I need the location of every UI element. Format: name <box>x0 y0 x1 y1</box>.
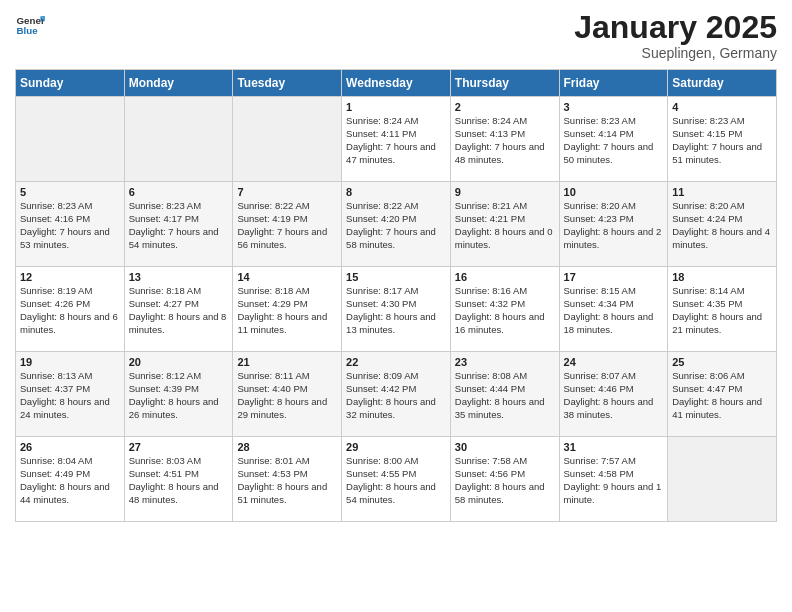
calendar-cell: 15Sunrise: 8:17 AM Sunset: 4:30 PM Dayli… <box>342 267 451 352</box>
day-info: Sunrise: 8:11 AM Sunset: 4:40 PM Dayligh… <box>237 370 337 421</box>
day-info: Sunrise: 8:23 AM Sunset: 4:14 PM Dayligh… <box>564 115 664 166</box>
calendar-cell <box>124 97 233 182</box>
day-number: 8 <box>346 186 446 198</box>
calendar-cell: 28Sunrise: 8:01 AM Sunset: 4:53 PM Dayli… <box>233 437 342 522</box>
calendar-cell: 25Sunrise: 8:06 AM Sunset: 4:47 PM Dayli… <box>668 352 777 437</box>
calendar-cell: 26Sunrise: 8:04 AM Sunset: 4:49 PM Dayli… <box>16 437 125 522</box>
day-number: 3 <box>564 101 664 113</box>
day-info: Sunrise: 8:12 AM Sunset: 4:39 PM Dayligh… <box>129 370 229 421</box>
weekday-header-friday: Friday <box>559 70 668 97</box>
calendar-cell <box>668 437 777 522</box>
calendar-cell: 8Sunrise: 8:22 AM Sunset: 4:20 PM Daylig… <box>342 182 451 267</box>
weekday-header-row: SundayMondayTuesdayWednesdayThursdayFrid… <box>16 70 777 97</box>
week-row-3: 12Sunrise: 8:19 AM Sunset: 4:26 PM Dayli… <box>16 267 777 352</box>
calendar-cell: 21Sunrise: 8:11 AM Sunset: 4:40 PM Dayli… <box>233 352 342 437</box>
calendar-cell: 12Sunrise: 8:19 AM Sunset: 4:26 PM Dayli… <box>16 267 125 352</box>
calendar-cell: 24Sunrise: 8:07 AM Sunset: 4:46 PM Dayli… <box>559 352 668 437</box>
day-number: 7 <box>237 186 337 198</box>
calendar-cell: 6Sunrise: 8:23 AM Sunset: 4:17 PM Daylig… <box>124 182 233 267</box>
calendar-cell: 1Sunrise: 8:24 AM Sunset: 4:11 PM Daylig… <box>342 97 451 182</box>
calendar-cell: 4Sunrise: 8:23 AM Sunset: 4:15 PM Daylig… <box>668 97 777 182</box>
day-number: 9 <box>455 186 555 198</box>
calendar-cell <box>16 97 125 182</box>
day-number: 2 <box>455 101 555 113</box>
calendar-cell: 27Sunrise: 8:03 AM Sunset: 4:51 PM Dayli… <box>124 437 233 522</box>
weekday-header-tuesday: Tuesday <box>233 70 342 97</box>
title-block: January 2025 Sueplingen, Germany <box>574 10 777 61</box>
calendar-table: SundayMondayTuesdayWednesdayThursdayFrid… <box>15 69 777 522</box>
day-number: 17 <box>564 271 664 283</box>
calendar-cell: 10Sunrise: 8:20 AM Sunset: 4:23 PM Dayli… <box>559 182 668 267</box>
calendar-cell: 7Sunrise: 8:22 AM Sunset: 4:19 PM Daylig… <box>233 182 342 267</box>
day-info: Sunrise: 8:15 AM Sunset: 4:34 PM Dayligh… <box>564 285 664 336</box>
day-info: Sunrise: 8:24 AM Sunset: 4:11 PM Dayligh… <box>346 115 446 166</box>
calendar-cell: 13Sunrise: 8:18 AM Sunset: 4:27 PM Dayli… <box>124 267 233 352</box>
svg-text:Blue: Blue <box>17 25 39 36</box>
calendar-cell: 18Sunrise: 8:14 AM Sunset: 4:35 PM Dayli… <box>668 267 777 352</box>
calendar-cell: 22Sunrise: 8:09 AM Sunset: 4:42 PM Dayli… <box>342 352 451 437</box>
day-number: 20 <box>129 356 229 368</box>
day-number: 6 <box>129 186 229 198</box>
day-number: 26 <box>20 441 120 453</box>
weekday-header-wednesday: Wednesday <box>342 70 451 97</box>
day-info: Sunrise: 8:23 AM Sunset: 4:17 PM Dayligh… <box>129 200 229 251</box>
day-info: Sunrise: 8:04 AM Sunset: 4:49 PM Dayligh… <box>20 455 120 506</box>
day-info: Sunrise: 8:23 AM Sunset: 4:16 PM Dayligh… <box>20 200 120 251</box>
calendar-cell: 23Sunrise: 8:08 AM Sunset: 4:44 PM Dayli… <box>450 352 559 437</box>
day-info: Sunrise: 8:08 AM Sunset: 4:44 PM Dayligh… <box>455 370 555 421</box>
day-number: 21 <box>237 356 337 368</box>
calendar-cell: 30Sunrise: 7:58 AM Sunset: 4:56 PM Dayli… <box>450 437 559 522</box>
day-number: 23 <box>455 356 555 368</box>
day-number: 22 <box>346 356 446 368</box>
day-number: 4 <box>672 101 772 113</box>
day-info: Sunrise: 7:58 AM Sunset: 4:56 PM Dayligh… <box>455 455 555 506</box>
logo: General Blue <box>15 10 45 40</box>
calendar-cell: 9Sunrise: 8:21 AM Sunset: 4:21 PM Daylig… <box>450 182 559 267</box>
day-info: Sunrise: 8:22 AM Sunset: 4:20 PM Dayligh… <box>346 200 446 251</box>
calendar-cell: 16Sunrise: 8:16 AM Sunset: 4:32 PM Dayli… <box>450 267 559 352</box>
weekday-header-sunday: Sunday <box>16 70 125 97</box>
day-number: 15 <box>346 271 446 283</box>
day-number: 14 <box>237 271 337 283</box>
weekday-header-monday: Monday <box>124 70 233 97</box>
day-number: 13 <box>129 271 229 283</box>
week-row-4: 19Sunrise: 8:13 AM Sunset: 4:37 PM Dayli… <box>16 352 777 437</box>
day-info: Sunrise: 8:06 AM Sunset: 4:47 PM Dayligh… <box>672 370 772 421</box>
day-number: 24 <box>564 356 664 368</box>
day-number: 25 <box>672 356 772 368</box>
page-header: General Blue January 2025 Sueplingen, Ge… <box>15 10 777 61</box>
day-info: Sunrise: 8:00 AM Sunset: 4:55 PM Dayligh… <box>346 455 446 506</box>
calendar-cell: 20Sunrise: 8:12 AM Sunset: 4:39 PM Dayli… <box>124 352 233 437</box>
day-info: Sunrise: 8:23 AM Sunset: 4:15 PM Dayligh… <box>672 115 772 166</box>
day-info: Sunrise: 8:01 AM Sunset: 4:53 PM Dayligh… <box>237 455 337 506</box>
day-number: 30 <box>455 441 555 453</box>
day-number: 29 <box>346 441 446 453</box>
day-info: Sunrise: 8:03 AM Sunset: 4:51 PM Dayligh… <box>129 455 229 506</box>
day-number: 18 <box>672 271 772 283</box>
day-info: Sunrise: 7:57 AM Sunset: 4:58 PM Dayligh… <box>564 455 664 506</box>
calendar-cell: 19Sunrise: 8:13 AM Sunset: 4:37 PM Dayli… <box>16 352 125 437</box>
calendar-cell: 3Sunrise: 8:23 AM Sunset: 4:14 PM Daylig… <box>559 97 668 182</box>
day-info: Sunrise: 8:24 AM Sunset: 4:13 PM Dayligh… <box>455 115 555 166</box>
weekday-header-thursday: Thursday <box>450 70 559 97</box>
day-number: 10 <box>564 186 664 198</box>
calendar-cell: 2Sunrise: 8:24 AM Sunset: 4:13 PM Daylig… <box>450 97 559 182</box>
title-location: Sueplingen, Germany <box>574 45 777 61</box>
calendar-cell: 17Sunrise: 8:15 AM Sunset: 4:34 PM Dayli… <box>559 267 668 352</box>
title-month: January 2025 <box>574 10 777 45</box>
day-info: Sunrise: 8:09 AM Sunset: 4:42 PM Dayligh… <box>346 370 446 421</box>
weekday-header-saturday: Saturday <box>668 70 777 97</box>
day-info: Sunrise: 8:21 AM Sunset: 4:21 PM Dayligh… <box>455 200 555 251</box>
day-number: 27 <box>129 441 229 453</box>
day-number: 12 <box>20 271 120 283</box>
calendar-cell: 31Sunrise: 7:57 AM Sunset: 4:58 PM Dayli… <box>559 437 668 522</box>
week-row-2: 5Sunrise: 8:23 AM Sunset: 4:16 PM Daylig… <box>16 182 777 267</box>
day-info: Sunrise: 8:13 AM Sunset: 4:37 PM Dayligh… <box>20 370 120 421</box>
day-number: 28 <box>237 441 337 453</box>
day-info: Sunrise: 8:14 AM Sunset: 4:35 PM Dayligh… <box>672 285 772 336</box>
day-info: Sunrise: 8:20 AM Sunset: 4:23 PM Dayligh… <box>564 200 664 251</box>
day-info: Sunrise: 8:18 AM Sunset: 4:27 PM Dayligh… <box>129 285 229 336</box>
day-number: 16 <box>455 271 555 283</box>
day-number: 11 <box>672 186 772 198</box>
calendar-cell <box>233 97 342 182</box>
